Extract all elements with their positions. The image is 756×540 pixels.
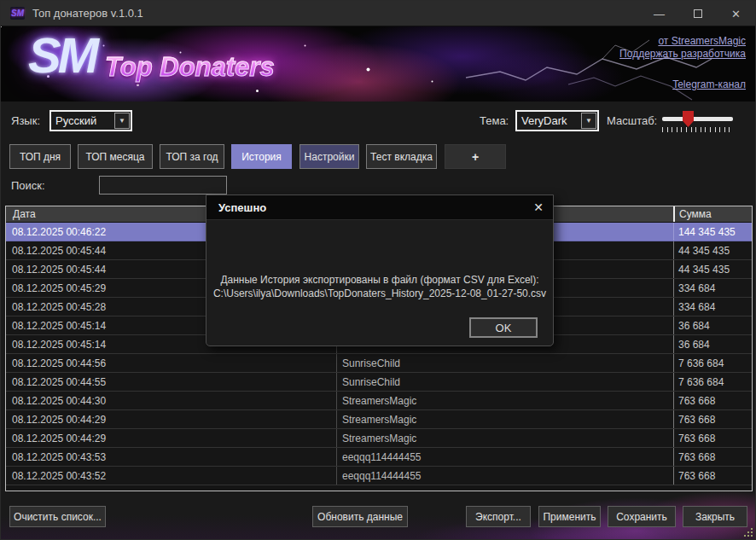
cell-date: 08.12.2025 00:44:29 (6, 429, 336, 447)
minimize-button[interactable]: — (640, 1, 678, 26)
tab-top-day[interactable]: ТОП дня (9, 144, 71, 169)
banner-links: от StreamersMagic Поддержать разработчик… (619, 35, 746, 91)
scale-slider[interactable] (662, 117, 733, 132)
slider-track[interactable] (662, 117, 733, 121)
cell-amount: 334 684 (673, 298, 752, 316)
column-header-amount[interactable]: Сумма (673, 206, 752, 222)
cell-nick: StreamersMagic (336, 392, 673, 409)
apply-button[interactable]: Применить (538, 506, 601, 527)
save-button[interactable]: Сохранить (608, 506, 676, 527)
table-row[interactable]: 08.12.2025 00:44:29StreamersMagic763 668 (6, 410, 752, 429)
app-logo-icon: SM (10, 7, 25, 20)
dialog-titlebar: Успешно ✕ (206, 195, 553, 220)
table-row[interactable]: 08.12.2025 00:43:53eeqqq114444455763 668 (6, 448, 752, 467)
search-input[interactable] (99, 176, 227, 195)
cell-nick: SunriseChild (336, 354, 673, 372)
theme-label: Тема: (480, 114, 509, 127)
success-dialog: Успешно ✕ Данные История экспортированы … (206, 195, 554, 346)
link-support-developer[interactable]: Поддержать разработчика (619, 48, 746, 61)
theme-select[interactable]: VeryDark ▼ (515, 110, 599, 131)
app-window: SM Топ донатеров v.1.0.1 — ✕ SM Top Dona… (0, 0, 756, 540)
cell-date: 08.12.2025 00:44:56 (6, 354, 336, 372)
cell-nick: StreamersMagic (336, 410, 673, 428)
tab-top-month[interactable]: ТОП месяца (78, 144, 153, 169)
cell-amount: 334 684 (673, 279, 752, 297)
chevron-down-icon: ▼ (581, 113, 596, 129)
search-label: Поиск: (11, 179, 45, 192)
window-controls: — ✕ (640, 1, 755, 26)
tab-history[interactable]: История (231, 144, 292, 169)
cell-amount: 36 684 (673, 316, 752, 334)
dialog-message-line2: C:\Users\ilya\Downloads\TopDonaters_Hist… (206, 287, 553, 300)
cell-amount: 763 668 (673, 448, 752, 466)
cell-amount: 144 345 435 (673, 223, 752, 241)
table-row[interactable]: 08.12.2025 00:43:52eeqqq114444455763 668 (6, 467, 752, 485)
resize-grip[interactable] (745, 529, 753, 537)
table-row[interactable]: 08.12.2025 00:44:29StreamersMagic763 668 (6, 429, 752, 448)
link-telegram-channel[interactable]: Telegram-канал (619, 78, 746, 91)
maximize-button[interactable] (678, 1, 717, 26)
cell-amount: 36 684 (673, 335, 752, 353)
theme-value: VeryDark (517, 114, 581, 127)
cell-date: 08.12.2025 00:44:55 (6, 373, 336, 391)
cell-amount: 44 345 435 (673, 241, 752, 259)
cell-nick: eeqqq114444455 (336, 448, 673, 466)
cell-amount: 7 636 684 (673, 354, 752, 372)
cell-nick: eeqqq114444455 (336, 467, 673, 485)
refresh-data-button[interactable]: Обновить данные (312, 506, 408, 527)
cell-amount: 763 668 (673, 392, 752, 409)
link-author[interactable]: от StreamersMagic (619, 35, 746, 48)
cell-amount: 7 636 684 (673, 373, 752, 391)
dialog-close-icon[interactable]: ✕ (524, 195, 553, 220)
cell-date: 08.12.2025 00:44:30 (6, 392, 336, 409)
cell-nick: SunriseChild (336, 373, 673, 391)
cell-amount: 763 668 (673, 410, 752, 428)
cell-amount: 44 345 435 (673, 260, 752, 278)
table-row[interactable]: 08.12.2025 00:44:30StreamersMagic763 668 (6, 392, 752, 410)
dialog-message-line1: Данные История экспортированы в файл (фо… (206, 273, 553, 287)
links-spacer (619, 61, 746, 78)
maximize-icon (694, 9, 702, 18)
chevron-down-icon: ▼ (114, 113, 130, 129)
language-value: Русский (51, 114, 114, 127)
close-button[interactable]: ✕ (717, 1, 755, 26)
language-label: Язык: (11, 114, 40, 127)
stars-decoration (1, 26, 2, 27)
dialog-title: Успешно (206, 201, 266, 214)
banner: SM Top Donaters от StreamersMagic Поддер… (1, 26, 756, 102)
close-window-button[interactable]: Закрыть (683, 506, 747, 527)
cell-amount: 763 668 (673, 467, 752, 485)
clear-list-button[interactable]: Очистить список... (9, 506, 106, 527)
tab-top-year[interactable]: ТОП за год (160, 144, 224, 169)
tab-settings[interactable]: Настройки (299, 144, 359, 169)
slider-ticks (662, 127, 733, 132)
table-row[interactable]: 08.12.2025 00:44:56SunriseChild7 636 684 (6, 354, 752, 373)
language-select[interactable]: Русский ▼ (49, 110, 132, 131)
tab-add-button[interactable]: + (445, 144, 506, 169)
banner-logo-text: Top Donaters (105, 52, 275, 83)
cell-date: 08.12.2025 00:44:29 (6, 410, 336, 428)
dialog-message: Данные История экспортированы в файл (фо… (206, 273, 553, 300)
ok-button[interactable]: OK (469, 317, 538, 338)
cell-date: 08.12.2025 00:43:52 (6, 467, 336, 485)
banner-logo-sm: SM (28, 26, 96, 84)
table-row[interactable]: 08.12.2025 00:44:55SunriseChild7 636 684 (6, 373, 752, 392)
cell-amount: 763 668 (673, 429, 752, 447)
cell-nick: StreamersMagic (336, 429, 673, 447)
titlebar: SM Топ донатеров v.1.0.1 — ✕ (1, 1, 755, 26)
tab-test[interactable]: Тест вкладка (366, 144, 437, 169)
window-title: Топ донатеров v.1.0.1 (32, 7, 143, 20)
cell-date: 08.12.2025 00:43:53 (6, 448, 336, 466)
dialog-body: Данные История экспортированы в файл (фо… (206, 220, 553, 346)
slider-thumb[interactable] (683, 111, 694, 127)
scale-label: Масштаб: (607, 114, 657, 127)
export-button[interactable]: Экспорт... (466, 506, 531, 527)
